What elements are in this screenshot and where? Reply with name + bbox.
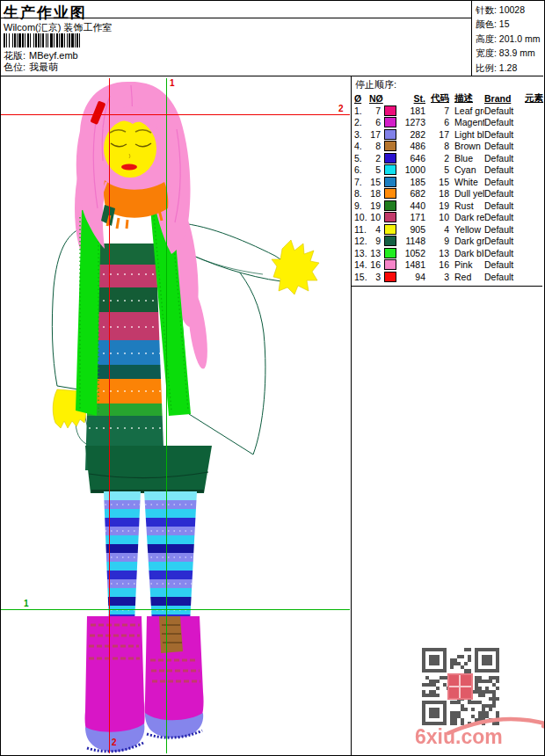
row-stitches: 486 [399, 141, 425, 151]
color-swatch [381, 188, 399, 199]
row-needle-number: 15 [369, 177, 381, 187]
table-row: 2. 6 1273 6 Magenta Default [354, 117, 542, 129]
stat-value: 201.0 mm [499, 33, 541, 44]
row-stitches: 646 [399, 153, 425, 164]
table-row: 6. 5 1000 5 Cyan Default [354, 164, 542, 177]
stat-label: 针数: [476, 4, 497, 15]
row-brand: Default [484, 177, 525, 187]
stat-value: 10028 [499, 4, 525, 15]
row-index: 4. [354, 141, 369, 151]
color-swatch [381, 272, 399, 282]
stat-value: 83.9 mm [499, 47, 535, 58]
row-needle-number: 6 [369, 117, 381, 127]
row-brand: Default [484, 129, 525, 140]
row-index: 9. [354, 200, 369, 211]
row-brand: Default [484, 153, 525, 164]
table-row: 12. 9 1148 9 Dark green Default [354, 236, 542, 248]
row-description: Blue [449, 153, 484, 164]
watermark: 6xiu.com [415, 727, 542, 746]
table-header-row: Ø NØ St. 代码 描述 Brand 元素 [354, 91, 542, 105]
row-needle-number: 17 [369, 129, 381, 140]
row-stitches: 1148 [399, 236, 425, 246]
row-description: Dark blue [449, 248, 484, 258]
guide-label-right: 2 [338, 105, 344, 113]
row-code: 2 [425, 153, 449, 164]
color-swatch [381, 248, 399, 258]
table-row: 5. 2 646 2 Blue Default [354, 152, 542, 164]
stat-row: 针数: 10028 [476, 3, 543, 17]
row-stitches: 1000 [399, 164, 425, 175]
table-row: 13. 13 1052 13 Dark blue Default [354, 247, 542, 259]
row-needle-number: 10 [369, 212, 381, 222]
stat-row: 比例: 1.28 [476, 61, 543, 75]
stat-row: 颜色: 15 [476, 17, 543, 31]
row-index: 11. [354, 224, 369, 235]
row-index: 15. [354, 272, 369, 282]
embroidery-design-girl [1, 76, 351, 755]
row-stitches: 1273 [399, 117, 425, 127]
row-stitches: 440 [399, 200, 425, 211]
colorway-row: 色位:我最萌 [4, 61, 58, 74]
table-row: 10. 10 171 10 Dark red Default [354, 212, 542, 224]
table-row: 14. 16 1481 16 Pink Default [354, 259, 542, 272]
row-description: Yellow [449, 224, 484, 235]
row-needle-number: 18 [369, 188, 381, 199]
row-description: White [449, 177, 484, 187]
table-row: 3. 17 282 17 Light blue Default [354, 128, 542, 141]
row-index: 13. [354, 248, 369, 258]
row-description: Cyan [449, 164, 484, 175]
row-code: 19 [425, 200, 449, 211]
color-swatch [381, 259, 399, 270]
design-stats-box: 针数: 10028 颜色: 15 高度: 201.0 mm 宽度: 83.9 m… [471, 1, 543, 76]
row-needle-number: 19 [369, 200, 381, 211]
row-code: 15 [425, 177, 449, 187]
row-needle-number: 13 [369, 248, 381, 258]
row-index: 1. [354, 105, 369, 116]
row-code: 3 [425, 272, 449, 282]
table-row: 15. 3 94 3 Red Default [354, 271, 542, 283]
row-brand: Default [484, 236, 525, 246]
pattern-label: 花版: [4, 50, 25, 61]
row-code: 5 [425, 164, 449, 175]
design-preview: 1 2 1 2 [1, 76, 351, 755]
stat-value: 15 [499, 18, 510, 29]
row-description: Magenta [449, 117, 484, 127]
row-stitches: 282 [399, 129, 425, 140]
row-needle-number: 2 [369, 153, 381, 164]
col-header-needle: NØ [369, 93, 381, 104]
row-code: 8 [425, 141, 449, 151]
row-index: 3. [354, 129, 369, 140]
row-stitches: 1052 [399, 248, 425, 258]
row-code: 9 [425, 236, 449, 246]
color-sequence-table: Ø NØ St. 代码 描述 Brand 元素 1. 7 181 7 Leaf … [352, 91, 542, 287]
row-brand: Default [484, 188, 525, 199]
row-needle-number: 8 [369, 141, 381, 151]
row-brand: Default [484, 259, 525, 270]
row-description: Dull yellow [449, 188, 484, 199]
stat-row: 高度: 201.0 mm [476, 32, 543, 46]
stat-row: 宽度: 83.9 mm [476, 46, 543, 60]
col-header-brand: Brand [484, 93, 525, 104]
row-description: Leaf green [449, 105, 484, 116]
row-brand: Default [484, 117, 525, 127]
row-stitches: 185 [399, 177, 425, 187]
row-stitches: 682 [399, 188, 425, 199]
row-brand: Default [484, 105, 525, 116]
colorway-value: 我最萌 [29, 62, 58, 72]
row-index: 7. [354, 177, 369, 187]
color-swatch [381, 153, 399, 164]
header: 生产作业图 Wilcom(汇京) 装饰工作室 花版:MBeyf.emb 色位:我… [1, 1, 543, 76]
color-swatch [381, 105, 399, 116]
table-row: 8. 18 682 18 Dull yellow Default [354, 188, 542, 200]
row-stitches: 94 [399, 272, 425, 282]
guide-label-top: 1 [170, 79, 175, 88]
row-description: Brown [449, 141, 484, 151]
col-header-stitches: St. [399, 93, 425, 104]
colorway-label: 色位: [4, 62, 25, 72]
col-header-element: 元素 [525, 92, 542, 105]
stop-sequence-panel: 停止顺序: Ø NØ St. 代码 描述 Brand 元素 1. 7 181 7… [351, 76, 544, 755]
production-worksheet: 生产作业图 Wilcom(汇京) 装饰工作室 花版:MBeyf.emb 色位:我… [0, 0, 545, 756]
row-needle-number: 3 [369, 272, 381, 282]
row-brand: Default [484, 141, 525, 151]
row-code: 6 [425, 117, 449, 127]
